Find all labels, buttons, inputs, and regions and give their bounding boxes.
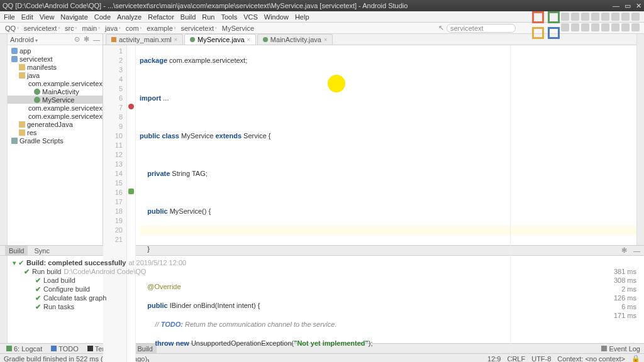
tree-item[interactable]: com.example.servicetext bbox=[8, 79, 103, 87]
editor-tab[interactable]: activity_main.xml× bbox=[106, 34, 183, 45]
toolbar-icons[interactable] bbox=[560, 11, 641, 33]
tree-item[interactable]: manifests bbox=[8, 63, 103, 71]
tree-item[interactable]: java bbox=[8, 71, 103, 79]
project-view-selector[interactable]: Android ⊙ ✻ — bbox=[8, 34, 103, 45]
editor-tab[interactable]: MyService.java× bbox=[184, 34, 256, 45]
crumb[interactable]: main› bbox=[80, 25, 101, 32]
menu-edit[interactable]: Edit bbox=[21, 13, 33, 21]
crumb[interactable]: com› bbox=[125, 25, 143, 32]
folder-icon bbox=[19, 72, 25, 79]
menu-vcs[interactable]: VCS bbox=[243, 13, 258, 21]
project-tree[interactable]: appservicetextmanifestsjavacom.example.s… bbox=[8, 45, 103, 245]
menu-navigate[interactable]: Navigate bbox=[60, 13, 87, 21]
build-item[interactable]: ✔Run tasks6 ms bbox=[13, 302, 639, 311]
close-icon[interactable]: ✕ bbox=[636, 2, 641, 10]
crumb-root[interactable]: QQ› bbox=[4, 25, 20, 32]
minimize-icon[interactable]: — bbox=[613, 2, 619, 9]
tree-item[interactable]: res bbox=[8, 128, 103, 136]
build-item[interactable]: ✔Load build308 ms bbox=[13, 276, 639, 285]
tree-item[interactable]: com.example.servicetext(test) bbox=[8, 112, 103, 120]
collapse-icon[interactable]: ⊙ bbox=[74, 35, 80, 43]
tree-item[interactable]: MainActivity bbox=[8, 87, 103, 96]
build-toolbar[interactable] bbox=[0, 256, 8, 343]
menu-tools[interactable]: Tools bbox=[221, 13, 237, 21]
mod-icon bbox=[11, 48, 18, 54]
mod-icon bbox=[11, 56, 18, 62]
tree-item[interactable]: servicetext bbox=[8, 55, 103, 63]
screen-recorder-logo bbox=[532, 11, 560, 39]
menu-window[interactable]: Window bbox=[264, 13, 289, 21]
file-icon bbox=[11, 138, 18, 144]
tab-sync[interactable]: Sync bbox=[30, 246, 53, 255]
search-input[interactable]: servicetext bbox=[447, 24, 516, 33]
menu-file[interactable]: File bbox=[4, 13, 15, 21]
editor-tab[interactable]: MainActivity.java× bbox=[257, 34, 333, 45]
menu-help[interactable]: Help bbox=[295, 13, 309, 21]
window-title: QQ [D:\Code\Android Code\QQ] - ...\servi… bbox=[3, 2, 608, 9]
java-icon bbox=[34, 97, 40, 103]
build-item[interactable]: ✔Calculate task graph126 ms bbox=[13, 293, 639, 302]
run-gutter-icon[interactable] bbox=[128, 189, 134, 194]
file-icon bbox=[263, 37, 268, 42]
tree-item[interactable]: Gradle Scripts bbox=[8, 136, 103, 145]
maximize-icon[interactable]: ▭ bbox=[625, 2, 631, 10]
crumb[interactable]: example› bbox=[145, 25, 177, 32]
crumb-current[interactable]: MyService bbox=[221, 25, 255, 32]
crumb[interactable]: java› bbox=[104, 25, 122, 32]
tab-build[interactable]: Build bbox=[5, 246, 28, 255]
build-head-row[interactable]: ▾ ✔ Build: completed successfully at 201… bbox=[13, 258, 639, 267]
titlebar: QQ [D:\Code\Android Code\QQ] - ...\servi… bbox=[0, 0, 644, 11]
file-icon bbox=[111, 37, 116, 42]
tree-item[interactable]: MyService bbox=[8, 96, 103, 104]
menu-code[interactable]: Code bbox=[94, 13, 111, 21]
crumb[interactable]: src› bbox=[64, 25, 78, 32]
breakpoint-icon[interactable] bbox=[128, 104, 134, 109]
tree-item[interactable]: app bbox=[8, 47, 103, 55]
menu-run[interactable]: Run bbox=[202, 13, 214, 21]
close-icon[interactable]: × bbox=[174, 36, 177, 43]
menu-analyze[interactable]: Analyze bbox=[117, 13, 142, 21]
right-tool-strip[interactable] bbox=[636, 34, 644, 245]
hide-icon[interactable]: — bbox=[93, 36, 100, 43]
folder-icon bbox=[19, 121, 25, 128]
close-icon[interactable]: × bbox=[247, 36, 250, 43]
java-icon bbox=[34, 89, 40, 95]
crumb[interactable]: servicetext› bbox=[23, 25, 61, 32]
menu-view[interactable]: View bbox=[40, 13, 55, 21]
menu-refactor[interactable]: Refactor bbox=[148, 13, 174, 21]
close-icon[interactable]: × bbox=[324, 36, 327, 43]
menu-build[interactable]: Build bbox=[180, 13, 196, 21]
tab-todo[interactable]: TODO bbox=[47, 344, 82, 353]
folder-icon bbox=[19, 64, 25, 70]
build-item[interactable]: ✔Run buildD:\Code\Android Code\QQ381 ms bbox=[13, 267, 639, 276]
file-icon bbox=[190, 37, 195, 42]
project-panel: Android ⊙ ✻ — appservicetextmanifestsjav… bbox=[8, 34, 103, 245]
settings-icon[interactable]: ✻ bbox=[84, 35, 89, 43]
tree-item[interactable]: generatedJava bbox=[8, 120, 103, 128]
build-panel: ▾ ✔ Build: completed successfully at 201… bbox=[0, 255, 644, 343]
tree-item[interactable]: com.example.servicetext(androidTest) bbox=[8, 104, 103, 112]
build-item[interactable]: ✔Configure build2 ms bbox=[13, 285, 639, 293]
crumb[interactable]: servicetext› bbox=[179, 25, 218, 32]
tab-logcat[interactable]: 6: Logcat bbox=[3, 344, 46, 353]
left-tool-strip[interactable] bbox=[0, 34, 8, 245]
folder-icon bbox=[19, 129, 25, 136]
